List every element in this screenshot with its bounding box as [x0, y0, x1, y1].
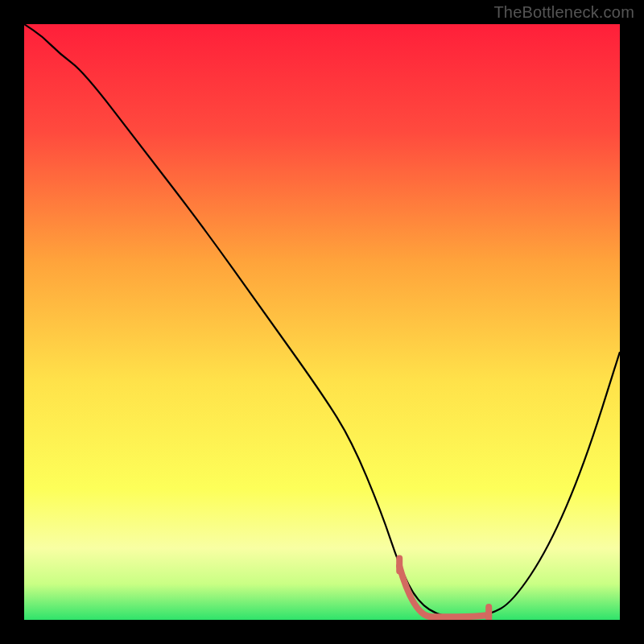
chart-frame: TheBottleneck.com: [0, 0, 644, 644]
plot-area: [24, 24, 620, 620]
chart-background: [24, 24, 620, 620]
chart-svg: [24, 24, 620, 620]
watermark-text: TheBottleneck.com: [493, 3, 634, 22]
